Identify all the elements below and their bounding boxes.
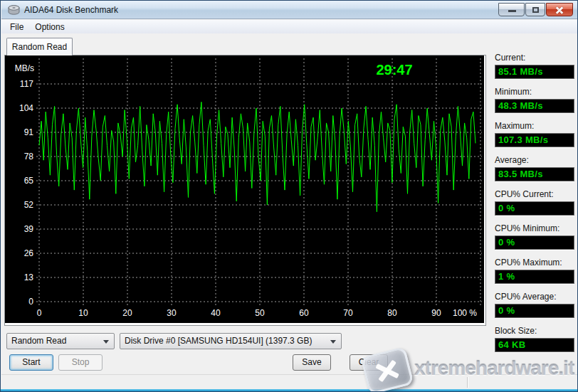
- stop-button[interactable]: Stop: [58, 354, 103, 371]
- maximize-icon: [532, 7, 539, 13]
- stat-label: Block Size:: [495, 326, 574, 336]
- minimize-icon: [508, 10, 516, 12]
- status-bar: [1, 374, 577, 389]
- svg-text:40: 40: [211, 308, 221, 318]
- save-button[interactable]: Save: [293, 354, 331, 371]
- stat-current: Current: 85.1 MB/s: [495, 53, 574, 79]
- test-type-value: Random Read: [11, 336, 66, 346]
- stat-minimum: Minimum: 48.3 MB/s: [495, 87, 574, 113]
- window-bottom-edge: [1, 389, 577, 391]
- start-button[interactable]: Start: [9, 354, 53, 371]
- clear-button[interactable]: Clear: [350, 354, 388, 371]
- svg-text:30: 30: [167, 308, 177, 318]
- stat-average: Average: 83.5 MB/s: [495, 155, 574, 181]
- svg-text:100 %: 100 %: [453, 308, 477, 318]
- stat-label: Average:: [495, 155, 574, 165]
- svg-text:50: 50: [255, 308, 265, 318]
- svg-text:29:47: 29:47: [376, 62, 412, 78]
- stat-block-size: Block Size: 64 KB: [495, 326, 574, 352]
- stat-value: 0 %: [495, 201, 574, 216]
- stat-cpu-maximum: CPU% Maximum: 1 %: [495, 258, 574, 284]
- stat-value: 48.3 MB/s: [495, 99, 574, 113]
- stat-maximum: Maximum: 107.3 MB/s: [495, 121, 574, 147]
- tab-random-read[interactable]: Random Read: [6, 38, 73, 55]
- disk-icon: [8, 5, 20, 15]
- maximize-button[interactable]: [525, 3, 545, 16]
- stat-label: Maximum:: [495, 121, 574, 131]
- svg-text:52: 52: [24, 200, 34, 210]
- stat-label: Current:: [495, 53, 574, 63]
- stat-label: CPU% Maximum:: [495, 258, 574, 267]
- svg-text:90: 90: [431, 308, 441, 318]
- svg-text:91: 91: [24, 127, 34, 137]
- drive-select[interactable]: Disk Drive #0 [SAMSUNG HD154UI] (1397.3 …: [120, 333, 342, 349]
- svg-text:104: 104: [19, 103, 33, 113]
- svg-text:20: 20: [122, 308, 132, 318]
- stat-value: 1 %: [495, 270, 574, 284]
- benchmark-chart-svg: 117104917865523926130MB/s010203040506070…: [5, 55, 484, 323]
- svg-text:39: 39: [24, 224, 34, 234]
- svg-text:0: 0: [28, 297, 33, 307]
- dropdown-arrow-icon: [330, 340, 336, 344]
- title-bar[interactable]: AIDA64 Disk Benchmark: [1, 1, 577, 19]
- stat-label: CPU% Average:: [495, 292, 574, 302]
- stat-label: Minimum:: [495, 87, 574, 97]
- statusbar-separator: [467, 377, 468, 388]
- stat-value: 64 KB: [495, 338, 574, 352]
- stat-cpu-average: CPU% Average: 0 %: [495, 292, 574, 318]
- menu-options[interactable]: Options: [29, 21, 70, 33]
- stat-label: CPU% Minimum:: [495, 223, 574, 233]
- close-button[interactable]: [546, 3, 573, 16]
- svg-text:70: 70: [343, 308, 353, 318]
- svg-text:10: 10: [78, 308, 88, 318]
- svg-text:MB/s: MB/s: [15, 63, 34, 73]
- menu-bar: File Options: [1, 20, 577, 33]
- svg-text:78: 78: [24, 152, 34, 161]
- chart-area: 117104917865523926130MB/s010203040506070…: [5, 55, 484, 323]
- stat-value: 107.3 MB/s: [495, 133, 574, 147]
- chart-panel: 117104917865523926130MB/s010203040506070…: [4, 55, 486, 326]
- svg-text:80: 80: [387, 308, 397, 318]
- stat-label: CPU% Current:: [495, 189, 574, 199]
- dropdown-arrow-icon: [103, 340, 109, 344]
- minimize-button[interactable]: [498, 3, 525, 16]
- svg-text:26: 26: [24, 248, 34, 258]
- svg-text:13: 13: [24, 272, 34, 282]
- svg-text:117: 117: [20, 79, 33, 89]
- svg-text:0: 0: [37, 308, 42, 318]
- stat-value: 83.5 MB/s: [495, 167, 574, 181]
- test-type-select[interactable]: Random Read: [6, 333, 115, 349]
- svg-text:65: 65: [24, 176, 34, 186]
- menu-file[interactable]: File: [4, 21, 29, 33]
- stat-value: 0 %: [495, 235, 574, 250]
- close-icon: [556, 6, 564, 14]
- window-title: AIDA64 Disk Benchmark: [24, 5, 118, 15]
- stat-value: 85.1 MB/s: [495, 65, 574, 79]
- stat-cpu-minimum: CPU% Minimum: 0 %: [495, 223, 574, 250]
- stat-value: 0 %: [495, 304, 574, 318]
- svg-text:60: 60: [299, 308, 309, 318]
- stats-panel: Current: 85.1 MB/s Minimum: 48.3 MB/s Ma…: [495, 53, 574, 360]
- app-window: AIDA64 Disk Benchmark File Options Rando…: [0, 0, 578, 392]
- stat-cpu-current: CPU% Current: 0 %: [495, 189, 574, 216]
- drive-value: Disk Drive #0 [SAMSUNG HD154UI] (1397.3 …: [125, 336, 312, 346]
